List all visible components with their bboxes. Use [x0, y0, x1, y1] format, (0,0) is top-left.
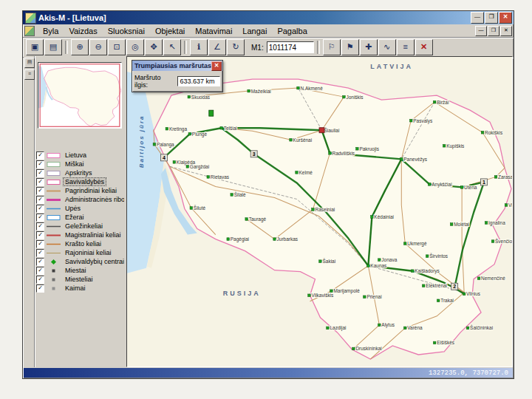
- layer-checkbox[interactable]: ✓: [36, 196, 44, 204]
- layer-row[interactable]: ✓Administracinės ribos: [36, 195, 124, 204]
- scale-input[interactable]: [267, 41, 314, 53]
- restore-button[interactable]: ❐: [485, 12, 498, 24]
- layer-row[interactable]: ✓Kaimai: [36, 284, 124, 293]
- layer-row[interactable]: ✓Magistraliniai keliai: [36, 231, 124, 239]
- overview-map[interactable]: [38, 62, 122, 129]
- layer-symbol-icon: [46, 267, 62, 274]
- pan-button[interactable]: ✥: [145, 39, 163, 55]
- minimize-button[interactable]: —: [471, 12, 484, 24]
- document-icon: [24, 26, 35, 36]
- zoom-all-button[interactable]: ◎: [126, 39, 144, 55]
- layer-symbol-icon: [46, 285, 62, 292]
- layer-checkbox[interactable]: ✓: [36, 258, 44, 266]
- layer-row[interactable]: ✓Ežerai: [36, 213, 124, 222]
- route-shortest-button[interactable]: ∿: [378, 39, 396, 55]
- layer-checkbox[interactable]: ✓: [36, 214, 44, 222]
- layer-symbol-icon: [46, 152, 62, 159]
- map-canvas[interactable]: LATVIJARUSIJABaltijos jūraSkuodasMažeiki…: [127, 57, 512, 366]
- menu-item-sluoksniai[interactable]: Sluoksniai: [103, 26, 150, 36]
- route-report-button[interactable]: ≡: [397, 39, 415, 55]
- city-label: Jonava: [381, 257, 397, 262]
- dialog-close-icon[interactable]: ✕: [211, 61, 222, 71]
- menu-item-matavimai[interactable]: Matavimai: [190, 26, 237, 36]
- menu-item-pagalba[interactable]: Pagalba: [272, 26, 312, 36]
- layer-checkbox[interactable]: ✓: [36, 160, 44, 168]
- menu-item-langai[interactable]: Langai: [237, 26, 272, 36]
- status-bar: 1327235.0, 7370727.0: [24, 368, 513, 378]
- print-button[interactable]: ▤: [44, 39, 62, 55]
- layer-row[interactable]: ✓Miesteliai: [36, 275, 124, 284]
- measure-button[interactable]: ∠: [208, 39, 226, 55]
- city-marker: [207, 176, 210, 179]
- toolbar-right-group: ⚐⚑✚∿≡✕: [323, 39, 433, 55]
- side-strip-toolbar: ▤ ≡: [24, 56, 35, 367]
- layer-row[interactable]: ✓Apskritys: [36, 168, 124, 177]
- title-bar[interactable]: Akis-M - [Lietuva] —❐✕: [23, 11, 514, 24]
- layer-row[interactable]: ✓Savivaldybių centrai: [36, 257, 124, 266]
- layer-row[interactable]: ✓Rajoniniai keliai: [36, 248, 124, 257]
- layer-row[interactable]: ✓Geležinkeliai: [36, 222, 124, 231]
- scale-label: M1:: [251, 44, 264, 52]
- menu-item-objektai[interactable]: Objektai: [150, 26, 190, 36]
- layer-row[interactable]: ✓Miestai: [36, 266, 124, 275]
- city-marker: [400, 158, 403, 161]
- strip-button-legend[interactable]: ≡: [24, 69, 35, 80]
- shortest-route-dialog[interactable]: Trumpiausias maršrutas ✕ Maršruto ilgis:…: [132, 60, 223, 92]
- layer-checkbox[interactable]: ✓: [36, 187, 44, 195]
- mdi-minimize-button[interactable]: —: [475, 26, 487, 36]
- layer-symbol-icon: [46, 259, 62, 265]
- city-label: Joniškis: [346, 95, 364, 100]
- zoom-out-button[interactable]: ⊖: [89, 39, 107, 55]
- layer-checkbox[interactable]: ✓: [36, 222, 44, 231]
- layer-row[interactable]: ✓Lietuva: [36, 151, 124, 160]
- city-label: Zarasai: [498, 174, 512, 180]
- city-label: Rietavas: [211, 174, 230, 180]
- map-area[interactable]: LATVIJARUSIJABaltijos jūraSkuodasMažeiki…: [126, 56, 513, 367]
- layer-symbol-icon: [46, 161, 62, 168]
- mdi-close-button[interactable]: ✕: [500, 26, 512, 36]
- layer-row[interactable]: ✓Upės: [36, 204, 124, 213]
- city-label: Anykščiai: [432, 182, 451, 188]
- city-marker: [329, 152, 332, 155]
- menu-item-vaizdas[interactable]: Vaizdas: [64, 26, 102, 36]
- layer-checkbox[interactable]: ✓: [36, 178, 44, 186]
- layer-checkbox[interactable]: ✓: [36, 249, 44, 257]
- strip-button-layers[interactable]: ▤: [24, 58, 35, 68]
- mdi-restore-button[interactable]: ❐: [488, 26, 499, 36]
- layer-checkbox[interactable]: ✓: [36, 151, 44, 160]
- layer-row[interactable]: ✓Miškai: [36, 160, 124, 168]
- layer-label: Geležinkeliai: [64, 222, 104, 230]
- layer-checkbox[interactable]: ✓: [36, 284, 44, 293]
- layer-row[interactable]: ✓Pagrindiniai keliai: [36, 186, 124, 195]
- layer-checkbox[interactable]: ✓: [36, 240, 44, 248]
- layer-checkbox[interactable]: ✓: [36, 231, 44, 239]
- layer-row[interactable]: ✓Krašto keliai: [36, 239, 124, 248]
- close-button[interactable]: ✕: [499, 12, 512, 24]
- open-button[interactable]: ▣: [26, 39, 44, 55]
- route-clear-button[interactable]: ✕: [415, 39, 433, 55]
- layer-checkbox[interactable]: ✓: [36, 169, 44, 177]
- refresh-button[interactable]: ↻: [227, 39, 245, 55]
- layer-symbol-icon: [46, 205, 62, 212]
- select-arrow-button[interactable]: ↖: [163, 39, 181, 55]
- zoom-window-button[interactable]: ⊡: [108, 39, 126, 55]
- city-marker: [188, 132, 191, 135]
- city-marker: [403, 327, 406, 330]
- route-end-flag-button[interactable]: ⚑: [341, 39, 359, 55]
- info-button[interactable]: ℹ: [190, 39, 208, 55]
- menu-item-byla[interactable]: Byla: [38, 26, 64, 36]
- city-marker: [409, 119, 412, 122]
- layer-checkbox[interactable]: ✓: [36, 276, 44, 284]
- route-start-flag-button[interactable]: ⚐: [323, 39, 341, 55]
- layer-symbol-icon: [46, 241, 62, 248]
- dialog-title-bar[interactable]: Trumpiausias maršrutas ✕: [132, 61, 222, 71]
- city-label: Druskininkai: [355, 346, 381, 351]
- layer-checkbox[interactable]: ✓: [36, 267, 44, 275]
- zoom-in-button[interactable]: ⊕: [71, 39, 89, 55]
- route-add-node-button[interactable]: ✚: [360, 39, 378, 55]
- city-label: Ukmergė: [407, 241, 427, 247]
- layer-row[interactable]: ✓Savivaldybės: [36, 177, 124, 186]
- city-label: Trakai: [440, 298, 454, 303]
- city-label: Telšiai: [224, 126, 237, 131]
- layer-checkbox[interactable]: ✓: [36, 205, 44, 213]
